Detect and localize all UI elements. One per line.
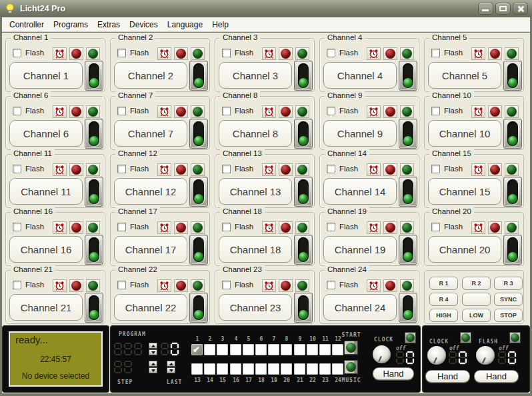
channel-toggle-switch[interactable]: [294, 293, 313, 323]
channel-toggle-switch[interactable]: [503, 235, 522, 265]
timer-button[interactable]: [471, 47, 485, 60]
channel-toggle-switch[interactable]: [294, 177, 313, 207]
timer-button[interactable]: [262, 47, 276, 60]
clock2-knob[interactable]: [427, 346, 446, 365]
last-spinner-up-icon[interactable]: [167, 361, 175, 367]
flash-checkbox[interactable]: [222, 107, 231, 115]
step-checkbox-7[interactable]: [268, 344, 279, 355]
channel-toggle-switch[interactable]: [85, 235, 103, 265]
step-checkbox-13[interactable]: [191, 363, 203, 375]
channel-toggle-switch[interactable]: [85, 177, 103, 207]
channel-button[interactable]: Channel 1: [9, 62, 83, 89]
flash-checkbox[interactable]: [327, 107, 335, 115]
timer-button[interactable]: [367, 163, 381, 176]
channel-button[interactable]: Channel 3: [219, 62, 292, 89]
channel-button[interactable]: Channel 9: [323, 120, 397, 147]
channel-button[interactable]: Channel 17: [114, 236, 187, 263]
step-checkbox-23[interactable]: [319, 363, 331, 375]
flash-checkbox[interactable]: [431, 107, 440, 115]
flash-checkbox[interactable]: [117, 223, 126, 231]
timer-button[interactable]: [471, 105, 485, 118]
flash-checkbox[interactable]: [222, 223, 231, 231]
channel-button[interactable]: Channel 18: [219, 236, 292, 263]
flash-checkbox[interactable]: [117, 165, 126, 173]
flash-checkbox[interactable]: [431, 223, 440, 231]
channel-toggle-switch[interactable]: [399, 235, 417, 265]
timer-button[interactable]: [471, 163, 485, 176]
channel-toggle-switch[interactable]: [85, 293, 103, 323]
music-led-button[interactable]: [344, 360, 358, 374]
step-checkbox-17[interactable]: [243, 363, 254, 375]
channel-toggle-switch[interactable]: [503, 119, 522, 149]
step-checkbox-4[interactable]: [230, 344, 241, 355]
timer-button[interactable]: [367, 221, 381, 234]
flash-checkbox[interactable]: [327, 281, 335, 289]
step-checkbox-19[interactable]: [268, 363, 279, 375]
menu-item-programs[interactable]: Programs: [49, 19, 93, 31]
timer-button[interactable]: [157, 279, 171, 292]
program-spinner-up-icon[interactable]: [149, 343, 157, 349]
timer-button[interactable]: [471, 221, 485, 234]
channel-toggle-switch[interactable]: [189, 293, 208, 323]
channel-toggle-switch[interactable]: [189, 61, 208, 91]
channel-button[interactable]: Channel 19: [323, 236, 397, 263]
step-checkbox-22[interactable]: [307, 363, 318, 375]
channel-button[interactable]: Channel 8: [219, 120, 292, 147]
channel-button[interactable]: Channel 7: [114, 120, 187, 147]
step-checkbox-6[interactable]: [255, 344, 267, 355]
flash-knob[interactable]: [476, 346, 495, 365]
channel-button[interactable]: Channel 21: [9, 294, 83, 321]
menu-item-devices[interactable]: Devices: [125, 19, 163, 31]
flash-checkbox[interactable]: [222, 49, 231, 57]
clock-hand-button[interactable]: Hand: [373, 367, 414, 380]
step-checkbox-3[interactable]: [217, 344, 228, 355]
button-sync[interactable]: SYNC: [494, 293, 523, 306]
step-spinner-up-icon[interactable]: [149, 361, 157, 367]
channel-button[interactable]: Channel 24: [323, 294, 397, 321]
channel-button[interactable]: Channel 20: [428, 236, 501, 263]
flash-checkbox[interactable]: [13, 107, 21, 115]
timer-button[interactable]: [367, 279, 381, 292]
flash-checkbox[interactable]: [327, 223, 335, 231]
flash-checkbox[interactable]: [431, 49, 440, 57]
step-checkbox-18[interactable]: [255, 363, 267, 375]
channel-button[interactable]: Channel 16: [9, 236, 83, 263]
clock-knob[interactable]: [373, 345, 391, 363]
program-spinner-down-icon[interactable]: [149, 349, 157, 355]
button-r1[interactable]: R 1: [429, 277, 458, 290]
channel-toggle-switch[interactable]: [503, 177, 522, 207]
channel-button[interactable]: Channel 13: [219, 178, 292, 205]
timer-button[interactable]: [262, 105, 276, 118]
channel-toggle-switch[interactable]: [294, 61, 313, 91]
button-r2[interactable]: R 2: [462, 277, 491, 290]
button-high[interactable]: HIGH: [429, 309, 458, 322]
channel-button[interactable]: Channel 5: [428, 62, 501, 89]
step-checkbox-12[interactable]: [332, 344, 343, 355]
channel-button[interactable]: Channel 14: [323, 178, 397, 205]
step-checkbox-14[interactable]: [204, 363, 215, 375]
flash-checkbox[interactable]: [327, 165, 335, 173]
channel-toggle-switch[interactable]: [189, 235, 208, 265]
channel-button[interactable]: Channel 23: [219, 294, 292, 321]
timer-button[interactable]: [53, 279, 67, 292]
channel-toggle-switch[interactable]: [399, 61, 417, 91]
minimize-icon[interactable]: [478, 3, 493, 15]
channel-toggle-switch[interactable]: [399, 177, 417, 207]
timer-button[interactable]: [157, 163, 171, 176]
timer-button[interactable]: [262, 163, 276, 176]
button-stop[interactable]: STOP: [494, 309, 523, 322]
step-checkbox-9[interactable]: [294, 344, 305, 355]
flash-checkbox[interactable]: [327, 49, 335, 57]
menu-item-extras[interactable]: Extras: [93, 19, 125, 31]
maximize-icon[interactable]: [495, 3, 511, 15]
timer-button[interactable]: [157, 105, 171, 118]
menu-item-controller[interactable]: Controller: [5, 19, 49, 31]
flash-checkbox[interactable]: [222, 165, 231, 173]
step-spinner-down-icon[interactable]: [149, 367, 157, 373]
flash-checkbox[interactable]: [13, 281, 21, 289]
channel-toggle-switch[interactable]: [399, 293, 417, 323]
step-checkbox-16[interactable]: [230, 363, 241, 375]
button-blank[interactable]: [462, 293, 491, 306]
timer-button[interactable]: [367, 105, 381, 118]
flash-hand-button[interactable]: Hand: [474, 370, 519, 383]
